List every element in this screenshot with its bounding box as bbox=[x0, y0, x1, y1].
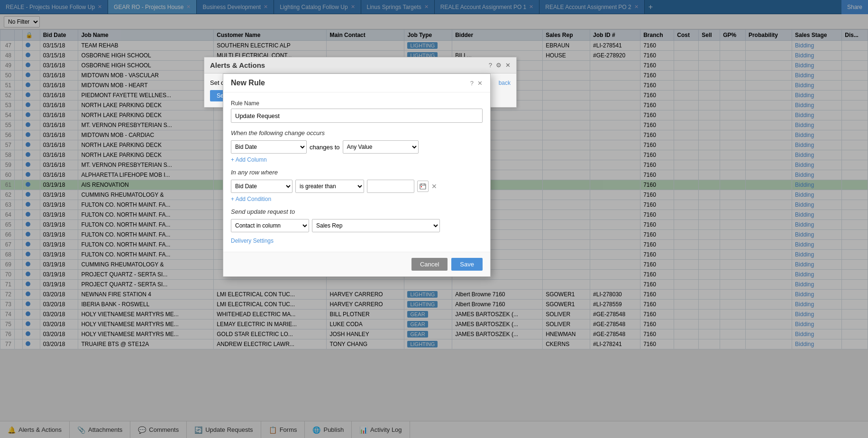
add-condition-link[interactable]: + Add Condition bbox=[231, 196, 483, 202]
send-update-label: Send update request to bbox=[231, 208, 483, 215]
save-button[interactable]: Save bbox=[451, 258, 483, 271]
calendar-icon[interactable] bbox=[417, 181, 429, 192]
changes-to-label: changes to bbox=[310, 144, 340, 151]
cancel-button[interactable]: Cancel bbox=[411, 258, 448, 271]
close-icon[interactable]: ✕ bbox=[505, 62, 511, 69]
rule-name-input[interactable] bbox=[231, 109, 483, 123]
delivery-settings-link[interactable]: Delivery Settings bbox=[231, 237, 274, 244]
modal-footer: Cancel Save bbox=[223, 252, 490, 276]
help-icon[interactable]: ? bbox=[489, 62, 492, 69]
add-column-link[interactable]: + Add Column bbox=[231, 156, 483, 163]
when-change-label: When the following change occurs bbox=[231, 129, 483, 137]
condition-operator-select[interactable]: is greater than bbox=[295, 180, 364, 193]
modal-help-icon[interactable]: ? bbox=[470, 80, 474, 87]
send-to-column-select[interactable]: Sales Rep bbox=[312, 219, 440, 232]
send-to-type-select[interactable]: Contact in column bbox=[231, 219, 309, 232]
modal-header-icons: ? ✕ bbox=[470, 80, 483, 87]
change-column-select[interactable]: Bid Date bbox=[231, 140, 307, 154]
condition-value-input[interactable] bbox=[367, 180, 414, 193]
settings-icon[interactable]: ⚙ bbox=[496, 62, 502, 69]
change-occurs-row: Bid Date changes to Any Value bbox=[231, 140, 483, 154]
condition-column-select[interactable]: Bid Date bbox=[231, 180, 292, 193]
alerts-panel-icons: ? ⚙ ✕ bbox=[489, 62, 511, 69]
svg-rect-0 bbox=[420, 184, 426, 189]
alerts-panel-title: Alerts & Actions bbox=[210, 61, 265, 69]
modal-close-icon[interactable]: ✕ bbox=[477, 80, 483, 87]
back-link[interactable]: back bbox=[499, 80, 511, 86]
modal-title: New Rule bbox=[231, 79, 265, 87]
new-rule-modal: New Rule ? ✕ Rule Name When the followin… bbox=[223, 73, 491, 277]
alerts-panel-header: Alerts & Actions ? ⚙ ✕ bbox=[204, 57, 516, 73]
set-condition-label: Set c bbox=[210, 79, 224, 86]
changes-to-value-select[interactable]: Any Value bbox=[343, 140, 419, 154]
in-any-row-label: In any row where bbox=[231, 169, 483, 176]
modal-body: Rule Name When the following change occu… bbox=[223, 92, 490, 252]
send-to-row: Contact in column Sales Rep bbox=[231, 219, 483, 232]
svg-rect-4 bbox=[421, 186, 422, 187]
modal-header: New Rule ? ✕ bbox=[223, 74, 490, 92]
remove-condition-button[interactable]: ✕ bbox=[431, 182, 437, 190]
rule-name-label: Rule Name bbox=[231, 100, 483, 107]
condition-row: Bid Date is greater than ✕ bbox=[231, 180, 483, 193]
